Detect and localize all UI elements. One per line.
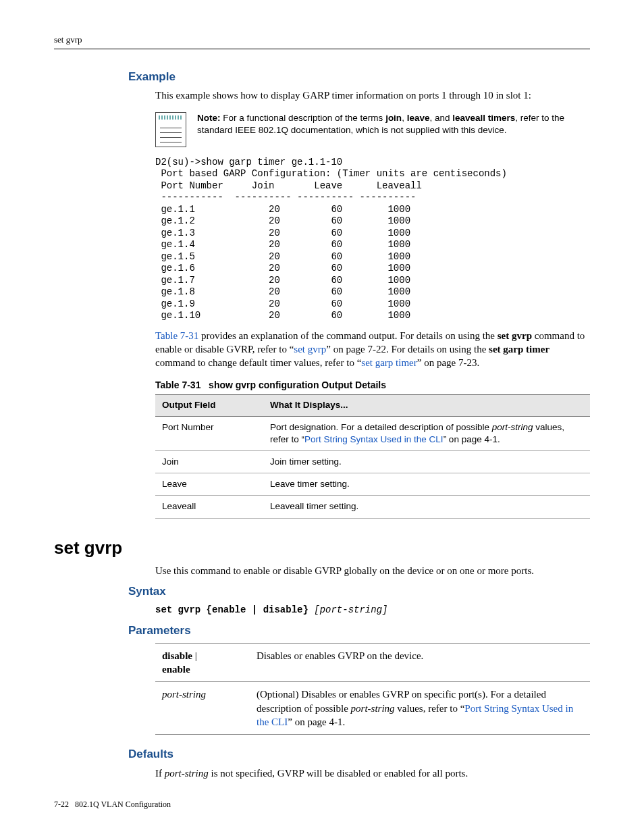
- note-term-join: join: [385, 113, 402, 123]
- th-what-it-displays: What It Displays...: [263, 395, 590, 416]
- example-heading: Example: [128, 70, 590, 85]
- post-b: set gvrp: [498, 330, 532, 341]
- link-port-string-syntax[interactable]: Port String Syntax Used in the CLI: [304, 434, 444, 444]
- field-name: Join: [155, 451, 263, 473]
- page-footer: 7-22 802.1Q VLAN Configuration: [54, 799, 171, 810]
- parameters-heading: Parameters: [128, 623, 590, 639]
- defaults-text: If port-string is not specified, GVRP wi…: [155, 766, 590, 780]
- param-name: disable | enable: [155, 643, 250, 682]
- desc-c: ” on page 4-1.: [444, 434, 500, 444]
- link-table-7-31[interactable]: Table 7-31: [155, 330, 198, 341]
- defaults-heading: Defaults: [128, 747, 590, 762]
- parameters-table: disable | enable Disables or enables GVR…: [155, 643, 590, 735]
- post-d: ” on page 7-22. For details on using the: [326, 344, 489, 355]
- pn-b: enable: [162, 664, 190, 675]
- table-number: Table 7-31: [155, 380, 200, 390]
- post-a: provides an explanation of the command o…: [198, 330, 497, 341]
- pn-sep: |: [192, 650, 197, 661]
- cli-output: D2(su)->show garp timer ge.1.1-10 Port b…: [155, 157, 590, 322]
- field-desc: Port designation. For a detailed descrip…: [263, 416, 590, 450]
- example-intro: This example shows how to display GARP t…: [155, 88, 590, 102]
- field-desc: Join timer setting.: [263, 451, 590, 473]
- note-term-leave: leave: [407, 113, 430, 123]
- field-name: Leaveall: [155, 496, 263, 518]
- df-a: If: [155, 768, 165, 779]
- pd-b: values, refer to “: [395, 703, 465, 714]
- link-set-gvrp[interactable]: set gvrp: [294, 344, 326, 355]
- table-row: Join Join timer setting.: [155, 451, 590, 473]
- field-desc: Leave timer setting.: [263, 473, 590, 496]
- link-set-garp-timer[interactable]: set garp timer: [361, 357, 417, 368]
- param-row: disable | enable Disables or enables GVR…: [155, 643, 590, 682]
- note-term-leaveall: leaveall timers: [452, 113, 515, 123]
- pn-i: port-string: [162, 689, 206, 700]
- setgvrp-intro: Use this command to enable or disable GV…: [155, 564, 590, 577]
- note-text: Note: For a functional description of th…: [197, 112, 590, 136]
- footer-page: 7-22: [54, 800, 69, 809]
- table-title: show gvrp configuration Output Details: [209, 380, 386, 390]
- syntax-bold: set gvrp {enable | disable}: [155, 604, 314, 615]
- desc-i: port-string: [492, 422, 533, 432]
- pd-c: ” on page 4-1.: [288, 716, 345, 727]
- note-block: Note: For a functional description of th…: [155, 112, 590, 147]
- param-row: port-string (Optional) Disables or enabl…: [155, 682, 590, 735]
- table-row: Leave Leave timer setting.: [155, 473, 590, 496]
- post-g: ” on page 7-23.: [417, 357, 479, 368]
- note-label: Note:: [197, 113, 221, 123]
- param-desc: Disables or enables GVRP on the device.: [250, 643, 590, 682]
- post-cli-paragraph: Table 7-31 provides an explanation of th…: [155, 329, 590, 370]
- post-f: command to change default timer values, …: [155, 357, 361, 368]
- syntax-line: set gvrp {enable | disable} [port-string…: [155, 604, 590, 617]
- field-desc: Leaveall timer setting.: [263, 496, 590, 518]
- desc-a: Port designation. For a detailed descrip…: [270, 422, 492, 432]
- pn-a: disable: [162, 650, 192, 661]
- pd-i: port-string: [351, 703, 395, 714]
- table-7-31-caption: Table 7-31 show gvrp configuration Outpu…: [155, 379, 590, 392]
- param-desc: (Optional) Disables or enables GVRP on s…: [250, 682, 590, 735]
- running-header-text: set gvrp: [54, 34, 82, 45]
- post-e: set garp timer: [489, 344, 549, 355]
- syntax-optional: [port-string]: [314, 604, 387, 615]
- footer-title: 802.1Q VLAN Configuration: [75, 800, 171, 809]
- field-name: Leave: [155, 473, 263, 496]
- note-c2: , and: [429, 113, 452, 123]
- table-row: Port Number Port designation. For a deta…: [155, 416, 590, 450]
- note-body-a: For a functional description of the term…: [221, 113, 386, 123]
- table-7-31: Output Field What It Displays... Port Nu…: [155, 394, 590, 518]
- field-name: Port Number: [155, 416, 263, 450]
- note-icon: [155, 112, 186, 147]
- th-output-field: Output Field: [155, 395, 263, 416]
- note-c1: ,: [402, 113, 407, 123]
- df-i: port-string: [165, 768, 209, 779]
- param-name: port-string: [155, 682, 250, 735]
- command-title: set gvrp: [54, 536, 590, 560]
- df-b: is not specified, GVRP will be disabled …: [209, 768, 468, 779]
- running-header: set gvrp: [54, 34, 590, 49]
- table-row: Leaveall Leaveall timer setting.: [155, 496, 590, 518]
- syntax-heading: Syntax: [128, 584, 590, 600]
